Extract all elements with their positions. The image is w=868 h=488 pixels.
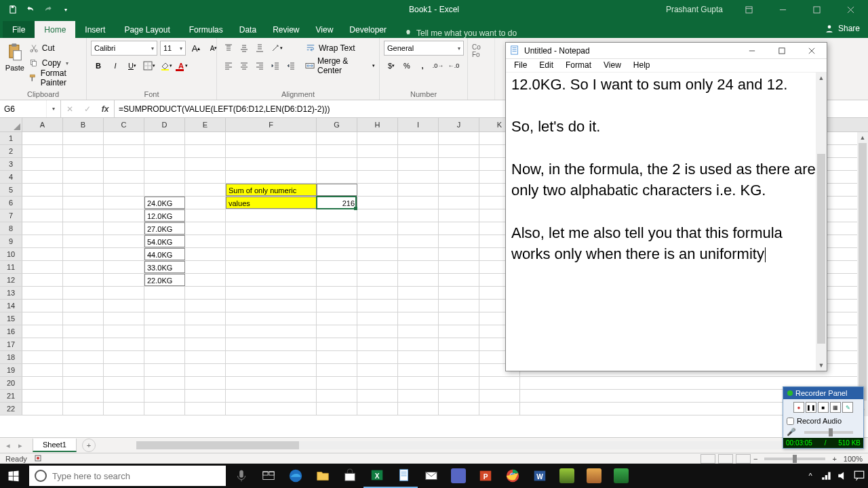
row-header[interactable]: 11 [0, 261, 22, 273]
cell[interactable] [357, 312, 398, 325]
row-header[interactable]: 6 [0, 197, 22, 209]
row-header[interactable]: 8 [0, 222, 22, 235]
cell[interactable] [479, 403, 520, 415]
underline-button[interactable]: U▾ [125, 58, 140, 73]
row-header[interactable]: 3 [0, 158, 22, 170]
tab-pagelayout[interactable]: Page Layout [115, 21, 179, 38]
row-header[interactable]: 9 [0, 235, 22, 247]
cell[interactable] [226, 222, 317, 235]
undo-icon[interactable] [23, 2, 38, 17]
cell[interactable] [226, 158, 317, 170]
cell[interactable] [317, 145, 357, 157]
decrease-decimal-button[interactable]: ←.0 [446, 58, 461, 73]
cell[interactable] [398, 235, 439, 247]
cell[interactable] [63, 132, 104, 144]
col-header[interactable]: A [22, 118, 63, 131]
cell[interactable] [226, 209, 317, 222]
cell[interactable] [185, 403, 226, 415]
cell[interactable] [63, 351, 104, 363]
cell[interactable] [104, 274, 144, 286]
cell[interactable] [63, 222, 104, 235]
cell[interactable] [317, 312, 357, 325]
sheet-nav-prev-icon[interactable]: ◂ [3, 441, 14, 450]
cell[interactable] [63, 377, 104, 389]
cell[interactable] [185, 171, 226, 183]
taskbar-app-edge[interactable] [282, 464, 309, 488]
cell[interactable] [226, 287, 317, 299]
cell[interactable] [226, 364, 317, 376]
cell[interactable]: Sum of only numeric [226, 184, 317, 196]
row-header[interactable]: 14 [0, 300, 22, 312]
cell[interactable] [439, 338, 479, 350]
cell[interactable] [357, 274, 398, 286]
borders-button[interactable]: ▾ [142, 58, 157, 73]
taskbar-search[interactable] [29, 466, 226, 486]
share-button[interactable]: Share [816, 19, 868, 38]
cell[interactable]: 24.0KG [144, 197, 185, 209]
bold-button[interactable]: B [91, 58, 106, 73]
cell[interactable] [317, 287, 357, 299]
view-pagebreak-button[interactable] [736, 454, 751, 464]
cell[interactable] [398, 158, 439, 170]
cell[interactable] [226, 132, 317, 144]
cell[interactable] [317, 274, 357, 286]
cell[interactable] [226, 261, 317, 273]
row-header[interactable]: 16 [0, 325, 22, 338]
cell[interactable] [104, 145, 144, 157]
paste-button[interactable]: Paste [4, 41, 26, 72]
cell[interactable] [357, 338, 398, 350]
cell[interactable] [185, 274, 226, 286]
cell[interactable] [398, 274, 439, 286]
cell[interactable] [22, 364, 63, 376]
redo-icon[interactable] [41, 2, 56, 17]
cell[interactable] [104, 338, 144, 350]
notepad-menu-edit[interactable]: Edit [534, 59, 559, 72]
taskbar-app-powerpoint[interactable]: P [472, 464, 499, 488]
cell[interactable] [104, 364, 144, 376]
cell[interactable] [439, 197, 479, 209]
row-header[interactable]: 1 [0, 132, 22, 144]
cell[interactable] [63, 145, 104, 157]
zoom-in-icon[interactable]: + [832, 455, 836, 463]
search-input[interactable] [52, 471, 220, 481]
cell[interactable] [317, 248, 357, 260]
cell[interactable] [226, 235, 317, 247]
cell[interactable] [22, 158, 63, 170]
orientation-button[interactable]: ▾ [268, 41, 285, 56]
row-header[interactable]: 21 [0, 390, 22, 402]
cell[interactable] [22, 261, 63, 273]
cell[interactable] [357, 300, 398, 312]
cell[interactable] [317, 390, 357, 402]
cell[interactable]: 12.0KG [144, 209, 185, 222]
align-bottom-button[interactable] [252, 41, 267, 56]
cell[interactable] [104, 222, 144, 235]
cell[interactable] [398, 248, 439, 260]
cell[interactable] [479, 390, 520, 402]
start-button[interactable] [0, 464, 27, 488]
cell[interactable] [317, 132, 357, 144]
cell[interactable] [104, 403, 144, 415]
cell[interactable] [317, 364, 357, 376]
name-box-input[interactable] [0, 100, 46, 117]
col-header[interactable]: G [317, 118, 357, 131]
taskbar-app-generic2[interactable] [553, 464, 580, 488]
cell[interactable] [185, 145, 226, 157]
font-name-dropdown[interactable]: Calibri▾ [91, 41, 157, 56]
cell[interactable] [185, 377, 226, 389]
tray-action-center-icon[interactable] [853, 470, 865, 482]
cell[interactable] [104, 390, 144, 402]
cell[interactable] [398, 312, 439, 325]
taskbar-app-chrome[interactable] [499, 464, 526, 488]
increase-decimal-button[interactable]: .0→ [431, 58, 446, 73]
cell[interactable] [144, 132, 185, 144]
taskbar-app-generic4[interactable] [608, 464, 635, 488]
cell[interactable] [144, 364, 185, 376]
row-header[interactable]: 4 [0, 171, 22, 183]
col-header[interactable]: D [144, 118, 185, 131]
cell[interactable] [439, 364, 479, 376]
row-header[interactable]: 15 [0, 312, 22, 325]
cell[interactable] [63, 184, 104, 196]
cell[interactable] [185, 325, 226, 338]
notepad-titlebar[interactable]: Untitled - Notepad [506, 43, 827, 59]
macro-record-icon[interactable] [34, 454, 42, 464]
